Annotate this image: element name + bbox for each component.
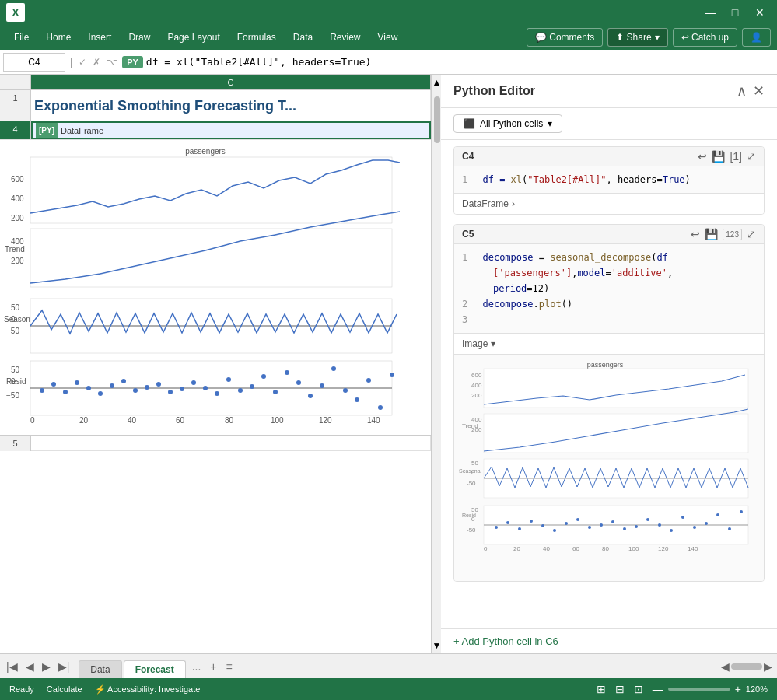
x-axis-120: 120 [319, 416, 332, 425]
mini-axis-400: 400 [471, 382, 482, 389]
resid-dot [121, 379, 126, 383]
tab-scroll-thumb[interactable] [731, 663, 762, 670]
zoom-in-btn[interactable]: + [733, 681, 743, 697]
code-cell-c5: C5 ↩ 💾 123 ⤢ 1 decompose = seasonal_deco… [453, 224, 765, 582]
menu-data[interactable]: Data [285, 29, 320, 46]
mini-resid-dot [740, 510, 743, 513]
tab-nav-last[interactable]: ▶| [55, 659, 73, 674]
c4-expand-btn[interactable]: ⤢ [747, 150, 756, 163]
c5-ref-btn[interactable]: 123 [723, 229, 742, 240]
editor-close-btn[interactable]: ✕ [753, 82, 765, 100]
tab-scroll-right[interactable]: ▶ [764, 660, 772, 673]
menu-view[interactable]: View [370, 29, 406, 46]
tab-scroll-left[interactable]: ◀ [721, 660, 730, 673]
mini-chart-svg: passengers 600 400 200 Trend 400 200 [457, 358, 753, 576]
mini-resid-dot [565, 522, 568, 525]
mini-resid-dot [541, 524, 544, 527]
scroll-thumb[interactable] [434, 96, 440, 143]
line-num-c5-1: 1 [462, 252, 467, 263]
c4-ref-btn[interactable]: [1] [730, 150, 742, 163]
cell-reference-input[interactable] [3, 53, 65, 72]
x-axis-0: 0 [30, 416, 35, 425]
tab-nav-first[interactable]: |◀ [3, 659, 21, 674]
cell-c4-controls: ↩ 💾 [1] ⤢ [698, 150, 756, 163]
code-output-c5[interactable]: Image ▾ [454, 333, 764, 354]
mini-resid-neg50: -50 [467, 527, 476, 534]
menu-draw[interactable]: Draw [121, 29, 158, 46]
tab-data[interactable]: Data [79, 660, 121, 678]
menu-page-layout[interactable]: Page Layout [159, 29, 227, 46]
menu-insert[interactable]: Insert [80, 29, 119, 46]
mini-resid-dot [588, 526, 591, 529]
cell-c1[interactable]: Exponential Smoothing Forecasting T... [31, 90, 431, 121]
code-cell-c5-header: C5 ↩ 💾 123 ⤢ [454, 225, 764, 244]
c4-save-btn[interactable]: 💾 [712, 150, 725, 163]
col-header-c[interactable]: C [31, 75, 431, 89]
cell-c5[interactable] [31, 436, 431, 450]
status-accessibility[interactable]: ⚡ Accessibility: Investigate [95, 684, 201, 695]
mini-resid-dot [623, 527, 626, 530]
title-bar: X — □ ✕ [0, 0, 777, 25]
tab-forecast[interactable]: Forecast [124, 660, 186, 678]
formula-input[interactable] [146, 56, 774, 68]
menu-home[interactable]: Home [38, 29, 79, 46]
close-button[interactable]: ✕ [749, 2, 771, 23]
mini-resid-dot [693, 526, 696, 529]
main-chart-svg: passengers 600 400 200 400 200 Trend 50 … [3, 143, 400, 431]
row-5: 5 [0, 436, 431, 451]
chart-passengers-label: passengers [185, 147, 226, 156]
tab-nav-prev[interactable]: ◀ [23, 659, 37, 674]
scroll-up-btn[interactable]: ▲ [432, 75, 442, 90]
profile-button[interactable]: 👤 [742, 28, 771, 47]
tab-options-btn[interactable]: ≡ [223, 659, 236, 674]
formula-sep-2: ✓ [79, 57, 86, 68]
resid-dot [296, 380, 301, 385]
maximize-button[interactable]: □ [724, 2, 746, 23]
tab-more-btn[interactable]: ... [189, 659, 205, 674]
page-view-btn[interactable]: ⊟ [614, 681, 626, 697]
formula-sep-1: | [70, 57, 72, 68]
grid-view-btn[interactable]: ⊞ [595, 681, 607, 697]
code-output-c4[interactable]: DataFrame › [454, 193, 764, 214]
share-button[interactable]: ⬆ Share ▾ [607, 28, 667, 47]
filter-all-python-cells[interactable]: ⬛ All Python cells ▾ [453, 114, 562, 133]
scroll-down-btn[interactable]: ▼ [432, 638, 442, 653]
py-mini-badge: [PY] [36, 122, 58, 139]
resid-dot [226, 377, 231, 382]
status-bar: Ready Calculate ⚡ Accessibility: Investi… [0, 678, 777, 700]
menu-file[interactable]: File [6, 29, 37, 46]
cell-c4[interactable]: [PY] DataFrame [31, 121, 431, 139]
c5-save-btn[interactable]: 💾 [705, 228, 718, 240]
add-python-cell-btn[interactable]: + Add Python cell in C6 [441, 628, 777, 653]
catchup-button[interactable]: ↩ Catch up [673, 28, 737, 47]
minimize-button[interactable]: — [699, 2, 721, 23]
mini-resid-dot [576, 518, 579, 521]
tab-nav-next[interactable]: ▶ [39, 659, 54, 674]
row-4: 4 [PY] DataFrame [0, 121, 431, 140]
py-badge: PY [122, 56, 143, 68]
c4-undo-btn[interactable]: ↩ [698, 150, 707, 163]
tab-add-btn[interactable]: + [207, 659, 219, 674]
menu-formulas[interactable]: Formulas [229, 29, 284, 46]
custom-view-btn[interactable]: ⊡ [632, 681, 645, 697]
zoom-out-btn[interactable]: — [651, 681, 665, 697]
c5-undo-btn[interactable]: ↩ [691, 228, 700, 240]
x-axis-60: 60 [176, 416, 185, 425]
menu-bar: File Home Insert Draw Page Layout Formul… [0, 25, 777, 50]
mini-resid-dot [518, 527, 521, 530]
resid-dot [250, 384, 254, 389]
c5-expand-btn[interactable]: ⤢ [747, 228, 756, 240]
editor-collapse-btn[interactable]: ∧ [737, 82, 747, 100]
resid-dot [390, 373, 394, 377]
line-num-c5-3: 3 [462, 314, 467, 325]
mini-x-40: 40 [543, 545, 550, 552]
resid-dot [75, 380, 79, 385]
zoom-slider[interactable] [668, 688, 730, 691]
output-arrow-c5: ▾ [491, 338, 495, 349]
formula-bar: | ✓ ✗ ⌥ PY [0, 50, 777, 75]
vertical-scrollbar[interactable]: ▲ ▼ [432, 75, 441, 653]
comments-button[interactable]: 💬 Comments [527, 28, 603, 47]
menu-review[interactable]: Review [322, 29, 368, 46]
row-num-5: 5 [0, 436, 31, 451]
resid-dot [273, 390, 278, 394]
